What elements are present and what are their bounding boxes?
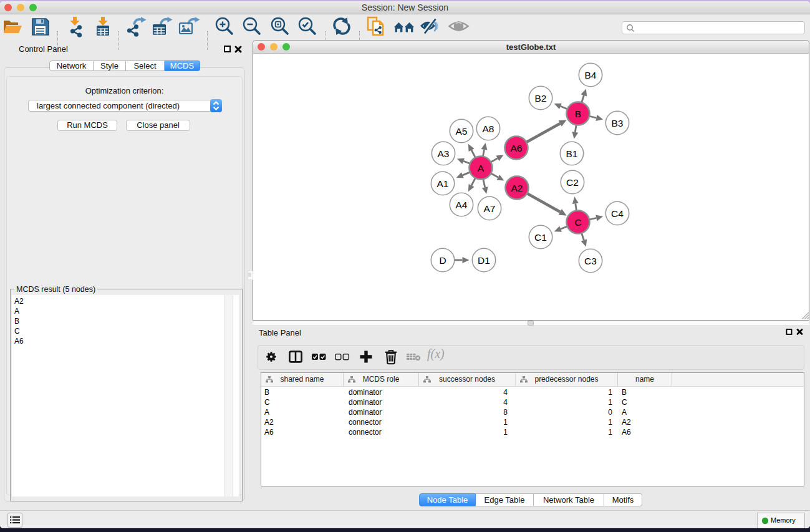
svg-text:C: C [574, 217, 581, 228]
svg-text:A5: A5 [456, 126, 468, 137]
svg-text:C3: C3 [584, 256, 597, 266]
svg-text:B3: B3 [612, 118, 624, 128]
svg-text:C4: C4 [611, 208, 624, 219]
svg-text:A6: A6 [511, 143, 523, 153]
svg-text:A: A [478, 163, 485, 173]
svg-text:B2: B2 [535, 93, 547, 104]
svg-text:A7: A7 [484, 203, 496, 214]
svg-text:C1: C1 [534, 232, 547, 243]
svg-text:A3: A3 [438, 148, 450, 159]
svg-text:A1: A1 [437, 178, 449, 189]
svg-text:D1: D1 [478, 255, 490, 266]
svg-text:D: D [439, 255, 446, 266]
svg-text:B: B [575, 109, 581, 119]
svg-text:B4: B4 [585, 70, 597, 80]
svg-text:A8: A8 [483, 123, 494, 134]
svg-text:B1: B1 [566, 148, 578, 159]
svg-text:A2: A2 [511, 183, 523, 193]
svg-text:C2: C2 [566, 177, 579, 188]
svg-text:A4: A4 [456, 200, 468, 210]
